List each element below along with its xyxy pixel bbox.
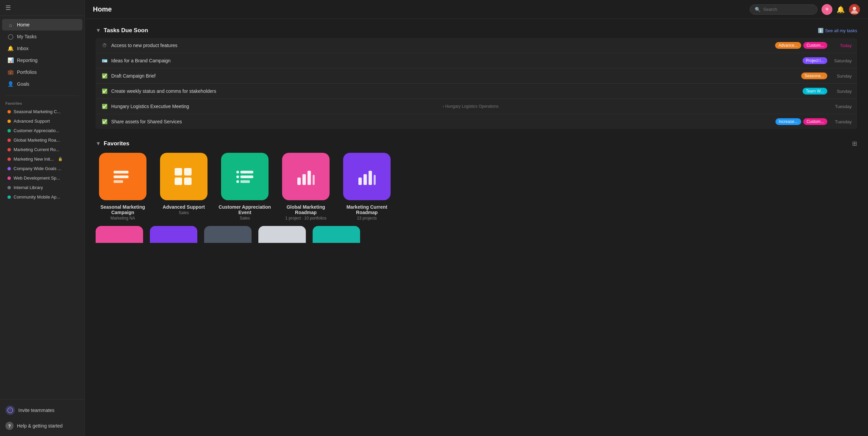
see-all-tasks-label: See all my tasks xyxy=(825,28,857,33)
sidebar-fav-1[interactable]: Advanced Support xyxy=(2,117,82,126)
tasks-section-header: ▼ Tasks Due Soon ℹ️ See all my tasks xyxy=(96,27,857,34)
table-row[interactable]: ✅ Create weekly status and comms for sta… xyxy=(96,84,857,99)
svg-rect-15 xyxy=(240,180,250,183)
task-sub-4: ‹ Hungary Logistics Operations xyxy=(443,104,499,109)
task-name-0: Access to new product features xyxy=(111,43,775,48)
task-tags-5: Increase... Custom... xyxy=(775,118,827,125)
fav-dot-4 xyxy=(7,148,11,151)
bottom-card-3[interactable] xyxy=(258,226,306,243)
fav-card-4-name: Marketing Current Roadmap xyxy=(340,204,394,215)
fav-card-1-name: Advanced Support xyxy=(163,204,205,210)
help-getting-started-item[interactable]: ? Help & getting started xyxy=(0,418,84,433)
task-tag-0-1: Custom... xyxy=(803,42,827,49)
bottom-card-0[interactable] xyxy=(96,226,143,243)
sidebar-fav-5[interactable]: Marketing New Init... 🔒 xyxy=(2,154,82,164)
sidebar-fav-4-label: Marketing Current Ro... xyxy=(14,147,59,152)
table-row[interactable]: ✅ Hungary Logistics Executive Meeting ‹ … xyxy=(96,99,857,114)
sidebar-fav-3[interactable]: Global Marketing Roa... xyxy=(2,136,82,145)
sidebar-fav-4[interactable]: Marketing Current Ro... xyxy=(2,145,82,154)
tasks-collapse-button[interactable]: ▼ xyxy=(96,27,101,34)
sidebar-item-reporting[interactable]: 📊 Reporting xyxy=(2,55,82,66)
svg-rect-4 xyxy=(114,175,129,178)
svg-point-12 xyxy=(236,175,239,178)
task-icon-3: ✅ xyxy=(101,88,108,95)
svg-rect-17 xyxy=(302,174,306,185)
invite-icon xyxy=(5,406,15,415)
see-all-tasks-link[interactable]: ℹ️ See all my tasks xyxy=(818,28,857,33)
fav-card-1[interactable]: Advanced Support Sales xyxy=(157,153,211,221)
info-icon: ℹ️ xyxy=(818,28,824,33)
table-row[interactable]: ✅ Share assets for Shared Services Incre… xyxy=(96,114,857,129)
circle-check-icon: ◯ xyxy=(7,34,14,40)
sidebar-item-portfolios[interactable]: 💼 Portfolios xyxy=(2,66,82,78)
bottom-card-4[interactable] xyxy=(313,226,360,243)
task-tags-0: Advance... Custom... xyxy=(775,42,827,49)
sidebar-item-portfolios-label: Portfolios xyxy=(17,69,37,75)
sidebar-fav-8[interactable]: Internal Library xyxy=(2,183,82,192)
favorites-collapse-button[interactable]: ▼ xyxy=(96,141,101,147)
invite-teammates-item[interactable]: Invite teammates xyxy=(0,402,84,418)
task-tags-3: Team W... xyxy=(803,88,827,95)
fav-dot-8 xyxy=(7,186,11,189)
svg-rect-9 xyxy=(184,178,192,185)
fav-icon-box-4 xyxy=(343,153,391,200)
sidebar-item-home[interactable]: ⌂ Home xyxy=(2,19,82,30)
fav-card-2-sub: Sales xyxy=(240,216,250,221)
fav-card-3[interactable]: Global Marketing Roadmap 1 project · 10 … xyxy=(279,153,333,221)
bottom-card-1[interactable] xyxy=(150,226,197,243)
svg-point-14 xyxy=(236,180,239,183)
sidebar-favorites-list: Seasonal Marketing C... Advanced Support… xyxy=(0,107,84,202)
sidebar-fav-7[interactable]: Web Development Sp... xyxy=(2,173,82,183)
task-date-5: Tuesday xyxy=(831,119,852,124)
favorites-section-title: Favorites xyxy=(0,99,84,107)
svg-point-2 xyxy=(853,7,856,10)
fav-dot-0 xyxy=(7,110,11,113)
sidebar-item-my-tasks-label: My Tasks xyxy=(17,34,37,39)
sidebar-fav-9[interactable]: Community Mobile Ap... xyxy=(2,192,82,202)
topbar: Home 🔍 + 🔔 xyxy=(85,0,868,19)
search-input[interactable] xyxy=(763,7,812,12)
fav-card-0-sub: Marketing NA xyxy=(111,216,135,221)
sidebar-fav-2[interactable]: Customer Appreciatio... xyxy=(2,126,82,135)
sidebar-fav-0[interactable]: Seasonal Marketing C... xyxy=(2,107,82,116)
fav-dot-3 xyxy=(7,139,11,142)
fav-dot-9 xyxy=(7,195,11,199)
task-tag-0-0: Advance... xyxy=(775,42,801,49)
fav-card-4[interactable]: Marketing Current Roadmap 13 projects xyxy=(340,153,394,221)
table-row[interactable]: 🪪 Ideas for a Brand Campaign Project l..… xyxy=(96,53,857,68)
svg-rect-5 xyxy=(114,180,123,183)
fav-card-2-name: Customer Appreciation Event xyxy=(218,204,272,215)
sidebar-toggle-button[interactable]: ☰ xyxy=(5,4,11,12)
sidebar-fav-0-label: Seasonal Marketing C... xyxy=(14,109,61,114)
sidebar-fav-6[interactable]: Company Wide Goals ... xyxy=(2,164,82,173)
sidebar-divider-1 xyxy=(5,96,79,96)
favorites-grid: Seasonal Marketing Campaign Marketing NA… xyxy=(96,153,857,221)
add-button[interactable]: + xyxy=(822,4,832,15)
table-row[interactable]: ⏱ Access to new product features Advance… xyxy=(96,38,857,53)
svg-point-10 xyxy=(236,171,239,173)
sidebar-item-my-tasks[interactable]: ◯ My Tasks xyxy=(2,31,82,42)
svg-rect-8 xyxy=(175,178,182,185)
sidebar-fav-2-label: Customer Appreciatio... xyxy=(14,128,59,133)
table-row[interactable]: ✅ Draft Campaign Brief Seasona... Sunday xyxy=(96,68,857,84)
sidebar-item-goals[interactable]: 👤 Goals xyxy=(2,78,82,90)
sidebar-fav-1-label: Advanced Support xyxy=(14,119,50,124)
sidebar-item-inbox[interactable]: 🔔 Inbox xyxy=(2,43,82,54)
fav-card-2[interactable]: Customer Appreciation Event Sales xyxy=(218,153,272,221)
sidebar-fav-6-label: Company Wide Goals ... xyxy=(14,166,61,171)
svg-rect-11 xyxy=(240,171,253,173)
fav-card-3-sub: 1 project · 10 portfolios xyxy=(285,216,326,221)
avatar[interactable] xyxy=(849,4,860,15)
grid-layout-icon[interactable]: ⊞ xyxy=(852,140,857,147)
fav-icon-box-2 xyxy=(221,153,269,200)
bottom-card-2[interactable] xyxy=(204,226,252,243)
notification-icon[interactable]: 🔔 xyxy=(836,5,845,14)
sidebar-top: ☰ xyxy=(0,0,84,16)
help-icon: ? xyxy=(5,422,14,430)
sidebar-nav: ⌂ Home ◯ My Tasks 🔔 Inbox 📊 Reporting 💼 … xyxy=(0,16,84,93)
sidebar: ☰ ⌂ Home ◯ My Tasks 🔔 Inbox 📊 Reporting … xyxy=(0,0,85,436)
search-box[interactable]: 🔍 xyxy=(750,4,817,15)
search-icon: 🔍 xyxy=(755,7,761,12)
fav-card-0[interactable]: Seasonal Marketing Campaign Marketing NA xyxy=(96,153,150,221)
task-icon-1: 🪪 xyxy=(101,57,108,64)
